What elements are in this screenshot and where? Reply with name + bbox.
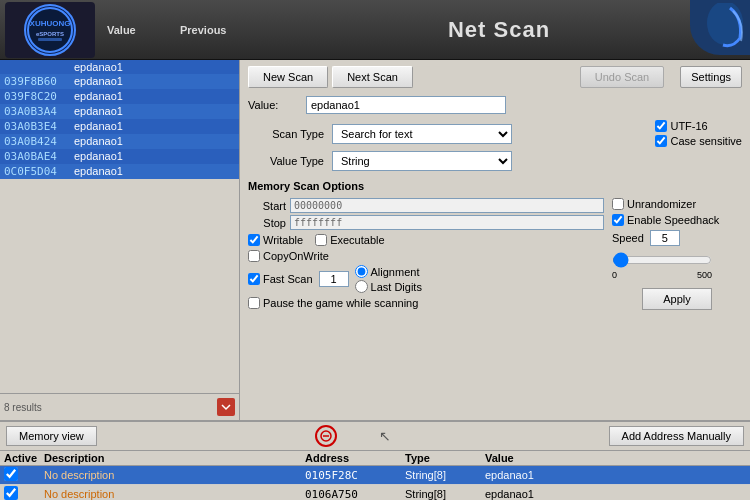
result-count: 8 results — [4, 402, 42, 413]
bottom-table-body: No description 0105F28C String[8] epdana… — [0, 466, 750, 500]
settings-button[interactable]: Settings — [680, 66, 742, 88]
main-content: epdanao1039F8B60epdanao1039F8C20epdanao1… — [0, 60, 750, 420]
fast-scan-input[interactable] — [319, 271, 349, 287]
pause-row: Pause the game while scanning — [248, 297, 604, 309]
start-input[interactable] — [290, 198, 604, 213]
pause-game-label[interactable]: Pause the game while scanning — [248, 297, 418, 309]
next-scan-button[interactable]: Next Scan — [332, 66, 413, 88]
right-panel: New Scan Next Scan Undo Scan Settings Va… — [240, 60, 750, 420]
slider-labels: 0 500 — [612, 270, 712, 280]
copy-on-write-row: CopyOnWrite — [248, 250, 604, 262]
speed-slider[interactable] — [612, 252, 712, 268]
copy-on-write-checkbox[interactable] — [248, 250, 260, 262]
col-previous-header: Previous — [180, 24, 253, 36]
executable-checkbox[interactable] — [315, 234, 327, 246]
value-row: Value: — [248, 96, 742, 114]
scan-result-row[interactable]: 039F8C20epdanao1 — [0, 89, 239, 104]
value-field-label: Value: — [248, 99, 298, 111]
top-bar: XUHUONG eSPORTS Value Previous Net Scan — [0, 0, 750, 60]
col-addr-header: Address — [305, 452, 405, 464]
new-scan-button[interactable]: New Scan — [248, 66, 328, 88]
writable-label[interactable]: Writable — [248, 234, 303, 246]
last-digits-radio[interactable] — [355, 280, 368, 293]
unrandomizer-section: Unrandomizer Enable Speedhack — [612, 198, 742, 226]
executable-label[interactable]: Executable — [315, 234, 384, 246]
alignment-group: Alignment Last Digits — [355, 265, 422, 293]
svg-rect-3 — [38, 38, 62, 41]
copy-on-write-label[interactable]: CopyOnWrite — [248, 250, 604, 262]
stop-label: Stop — [248, 217, 286, 229]
right-options: Unrandomizer Enable Speedhack Speed 0 5 — [612, 198, 742, 310]
value-type-select[interactable]: Byte2 Bytes4 Bytes8 BytesFloatDoubleStri… — [332, 151, 512, 171]
scan-type-select[interactable]: Exact ValueBigger than...Smaller than...… — [332, 124, 512, 144]
speed-row: Speed — [612, 230, 742, 246]
start-label: Start — [248, 200, 286, 212]
enable-speedhack-checkbox[interactable] — [612, 214, 624, 226]
col-active-header: Active — [4, 452, 44, 464]
left-panel: epdanao1039F8B60epdanao1039F8C20epdanao1… — [0, 60, 240, 420]
net-scan-label: Net Scan — [448, 17, 550, 43]
cursor-icon: ↖ — [379, 428, 391, 444]
alignment-radio-label[interactable]: Alignment — [355, 265, 422, 278]
bottom-bar: Memory view ↖ Add Address Manually Activ… — [0, 420, 750, 500]
logo-area: XUHUONG eSPORTS — [5, 2, 95, 58]
svg-text:eSPORTS: eSPORTS — [36, 31, 64, 37]
scan-result-row[interactable]: 0C0F5D04epdanao1 — [0, 164, 239, 179]
arrow-down-icon[interactable] — [217, 398, 235, 416]
delete-button[interactable] — [315, 425, 337, 447]
scan-result-row[interactable]: 03A0B424epdanao1 — [0, 134, 239, 149]
address-table-row[interactable]: No description 0105F28C String[8] epdana… — [0, 466, 750, 485]
scan-results-list: epdanao1039F8B60epdanao1039F8C20epdanao1… — [0, 60, 239, 393]
case-sensitive-checkbox-label[interactable]: Case sensitive — [655, 135, 742, 147]
svg-text:XUHUONG: XUHUONG — [30, 19, 71, 28]
add-address-button[interactable]: Add Address Manually — [609, 426, 744, 446]
utf16-checkbox[interactable] — [655, 120, 667, 132]
address-table-row[interactable]: No description 0106A750 String[8] epdana… — [0, 485, 750, 500]
scan-result-row[interactable]: epdanao1 — [0, 60, 239, 74]
alignment-radio[interactable] — [355, 265, 368, 278]
stop-row: Stop — [248, 215, 604, 230]
last-digits-radio-label[interactable]: Last Digits — [355, 280, 422, 293]
left-bottom-bar: 8 results — [0, 393, 239, 420]
stop-input[interactable] — [290, 215, 604, 230]
scan-result-row[interactable]: 03A0B3A4epdanao1 — [0, 104, 239, 119]
logo: XUHUONG eSPORTS — [24, 4, 76, 56]
unrandomizer-label[interactable]: Unrandomizer — [612, 198, 742, 210]
case-sensitive-checkbox[interactable] — [655, 135, 667, 147]
value-input[interactable] — [306, 96, 506, 114]
scan-result-row[interactable]: 039F8B60epdanao1 — [0, 74, 239, 89]
unrandomizer-checkbox[interactable] — [612, 198, 624, 210]
scan-buttons-row: New Scan Next Scan Undo Scan Settings — [248, 66, 742, 88]
writable-executable-row: Writable Executable — [248, 234, 604, 246]
col-val-header: Value — [485, 452, 746, 464]
col-desc-header: Description — [44, 452, 305, 464]
apply-button[interactable]: Apply — [642, 288, 712, 310]
bottom-table-header: Active Description Address Type Value — [0, 451, 750, 466]
fast-scan-checkbox[interactable] — [248, 273, 260, 285]
undo-scan-button[interactable]: Undo Scan — [580, 66, 664, 88]
scan-type-label: Scan Type — [248, 128, 328, 140]
col-value-header: Value — [107, 24, 180, 36]
left-options: Start Stop Writable Executable — [248, 198, 604, 310]
pause-game-checkbox[interactable] — [248, 297, 260, 309]
top-right-logo — [690, 0, 750, 55]
bottom-table: Active Description Address Type Value No… — [0, 451, 750, 500]
scan-result-row[interactable]: 03A0B3E4epdanao1 — [0, 119, 239, 134]
slider-max: 500 — [697, 270, 712, 280]
scan-result-row[interactable]: 03A0BAE4epdanao1 — [0, 149, 239, 164]
memory-view-button[interactable]: Memory view — [6, 426, 97, 446]
speed-input[interactable] — [650, 230, 680, 246]
writable-checkbox[interactable] — [248, 234, 260, 246]
bottom-toolbar: Memory view ↖ Add Address Manually — [0, 422, 750, 451]
enable-speedhack-label[interactable]: Enable Speedhack — [612, 214, 742, 226]
speed-slider-container: 0 500 — [612, 250, 742, 280]
memory-scan-options: Start Stop Writable Executable — [248, 198, 742, 310]
scan-type-checkboxes: UTF-16 Case sensitive — [655, 120, 742, 147]
value-type-label: Value Type — [248, 155, 328, 167]
utf16-checkbox-label[interactable]: UTF-16 — [655, 120, 742, 132]
slider-min: 0 — [612, 270, 617, 280]
fast-scan-label[interactable]: Fast Scan — [248, 273, 313, 285]
speed-label: Speed — [612, 232, 644, 244]
start-row: Start — [248, 198, 604, 213]
svg-point-0 — [28, 8, 72, 52]
